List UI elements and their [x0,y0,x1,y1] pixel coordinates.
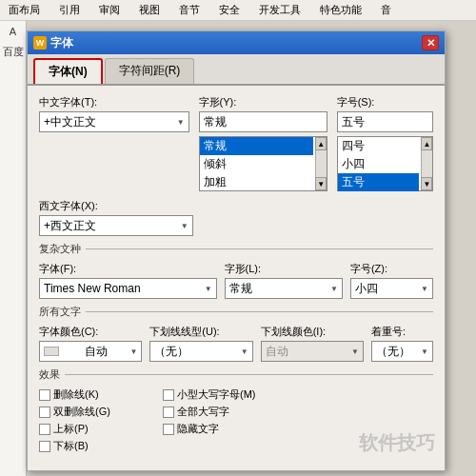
style-scroll-down[interactable]: ▼ [315,177,327,190]
underline-color-field-label: 下划线颜色(I): [261,326,326,337]
emphasis-field-label: 着重号: [371,326,406,337]
menu-view[interactable]: 视图 [134,1,165,19]
complex-font-label: 字体(F): [39,262,217,276]
row-all-text-labels: 字体颜色(C): 下划线线型(U): 下划线颜色(I): 着重号: [39,325,433,339]
effect-subscript-checkbox[interactable] [39,441,50,452]
effects-divider [65,374,433,375]
western-font-select[interactable]: +西文正文 ▼ [39,215,193,236]
style-listbox: 常规 倾斜 加粗 [200,137,327,191]
chinese-font-select[interactable]: +中文正文 ▼ [39,111,189,132]
effect-small-caps-checkbox[interactable] [163,389,174,401]
size-select[interactable]: 五号 [337,111,433,132]
style-value: 常规 [204,114,227,130]
dialog-titlebar: W 字体 ✕ [28,31,445,54]
effect-strikethrough: 删除线(K) [39,387,153,402]
font-color-value: 自动 [85,344,108,360]
menu-review[interactable]: 审阅 [94,1,125,19]
watermark: 软件技巧 [359,430,435,456]
style-select[interactable]: 常规 [199,111,327,132]
complex-style-value: 常规 [229,281,252,297]
complex-section-label: 复杂文种 [39,242,433,256]
menu-reference[interactable]: 引用 [54,1,85,19]
effects-row-1: 删除线(K) 小型大写字母(M) [39,387,433,402]
row-main-fields: 中文字体(T): +中文正文 ▼ 字形(Y): 常规 常规 [39,95,433,191]
effect-double-strikethrough-label: 双删除线(G) [53,405,110,419]
menu-layout[interactable]: 面布局 [4,1,45,19]
size-scroll-down[interactable]: ▼ [421,177,432,190]
menu-dev-tools[interactable]: 开发工具 [254,1,306,19]
effects-section-label: 效果 [39,367,433,382]
effects-title: 效果 [39,367,60,382]
emphasis-value: （无） [376,344,410,360]
size-option-4[interactable]: 四号 [338,137,419,155]
emphasis-select[interactable]: （无） ▼ [371,341,433,362]
effect-hidden-checkbox[interactable] [163,424,174,435]
effect-small-caps: 小型大写字母(M) [163,387,277,402]
complex-font-value: Times New Roman [44,282,141,295]
all-text-section-label: 所有文字 [39,305,433,319]
all-text-divider [86,311,433,312]
effect-all-caps: 全部大写字 [163,405,277,419]
complex-style-select[interactable]: 常规 ▼ [225,278,343,299]
underline-select[interactable]: （无） ▼ [149,341,252,362]
emphasis-label-area: 着重号: [371,325,433,339]
complex-divider [86,248,433,249]
size-option-xiaosi[interactable]: 小四 [338,155,419,173]
underline-color-select-area: 自动 ▼ [261,341,364,362]
complex-size-select[interactable]: 小四 ▼ [350,278,433,299]
style-scroll-up[interactable]: ▲ [315,137,327,150]
size-listbox-wrapper: 四号 小四 五号 ▲ ▼ [337,136,433,191]
menu-sound[interactable]: 音 [376,1,396,19]
underline-color-arrow: ▼ [351,347,359,356]
menu-security[interactable]: 安全 [214,1,245,19]
size-option-5[interactable]: 五号 [338,173,419,191]
complex-size-value: 小四 [355,281,378,297]
overlay: A 百度 W 字体 ✕ 字体(N) 字符间距(R) 中文字体(T): [0,21,476,476]
effect-hidden-label: 隐藏文字 [177,422,219,436]
effect-superscript-label: 上标(P) [53,422,89,436]
complex-style-label: 字形(L): [225,262,343,276]
complex-font-select[interactable]: Times New Roman ▼ [39,278,217,299]
chinese-font-label: 中文字体(T): [39,95,189,109]
size-value: 五号 [342,114,365,130]
tab-font[interactable]: 字体(N) [33,58,103,84]
effect-subscript-label: 下标(B) [53,439,89,453]
style-group: 字形(Y): 常规 常规 倾斜 加粗 ▲ ▼ [199,95,327,191]
effect-subscript: 下标(B) [39,439,153,453]
tab-char-spacing[interactable]: 字符间距(R) [105,58,195,84]
underline-color-label-area: 下划线颜色(I): [261,325,364,339]
menu-syllable[interactable]: 音节 [174,1,205,19]
complex-size-label: 字号(Z): [350,262,433,276]
effect-strikethrough-checkbox[interactable] [39,389,50,401]
style-option-bold[interactable]: 加粗 [200,173,313,191]
underline-field-label: 下划线线型(U): [149,326,219,337]
chinese-font-arrow: ▼ [177,118,185,127]
color-select-area: 自动 ▼ [39,341,142,362]
effects-row-2: 双删除线(G) 全部大写字 [39,405,433,419]
effect-strikethrough-label: 删除线(K) [53,387,99,402]
style-listbox-wrapper: 常规 倾斜 加粗 ▲ ▼ [199,136,327,191]
left-bar: A 百度 [0,21,27,476]
app-icon: W [33,36,47,50]
chinese-font-value: +中文正文 [44,114,96,130]
menu-special[interactable]: 特色功能 [315,1,367,19]
font-color-select[interactable]: 自动 ▼ [39,341,142,362]
effect-superscript-checkbox[interactable] [39,424,50,435]
complex-font-arrow: ▼ [205,285,212,293]
complex-font-group: 字体(F): Times New Roman ▼ [39,262,217,299]
style-option-italic[interactable]: 倾斜 [200,155,313,173]
underline-color-select[interactable]: 自动 ▼ [261,341,364,362]
dialog-tabs: 字体(N) 字符间距(R) [28,54,445,86]
effect-all-caps-checkbox[interactable] [163,407,174,418]
effect-superscript: 上标(P) [39,422,153,436]
close-button[interactable]: ✕ [422,35,439,50]
size-listbox: 四号 小四 五号 [338,137,432,191]
style-label: 字形(Y): [199,95,327,109]
effect-hidden: 隐藏文字 [163,422,277,436]
complex-style-arrow: ▼ [330,285,338,293]
size-scroll-up[interactable]: ▲ [421,137,432,150]
size-scrollbar: ▲ ▼ [421,137,432,190]
western-font-label: 西文字体(X): [39,199,193,213]
style-option-regular[interactable]: 常规 [200,137,313,155]
effect-double-strikethrough-checkbox[interactable] [39,407,50,418]
